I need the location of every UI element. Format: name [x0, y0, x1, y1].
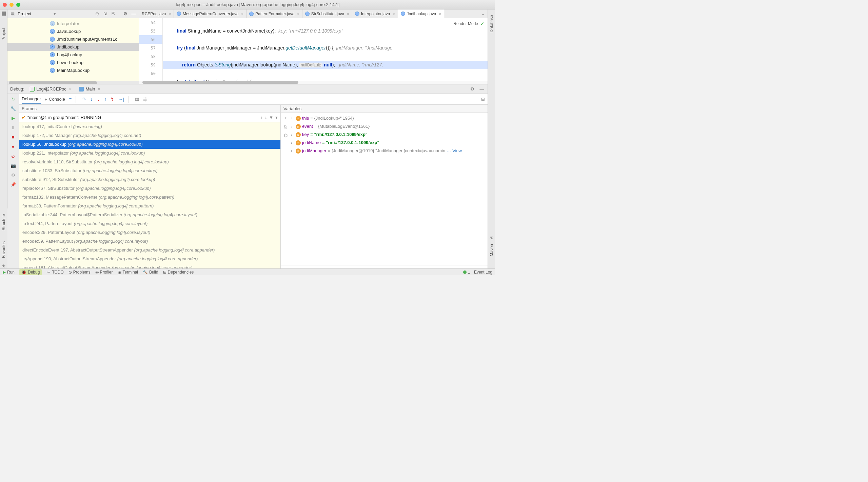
- variable-row[interactable]: ›≡ jndiManager = {JndiManager@1919} "Jnd…: [291, 147, 487, 155]
- threads-icon[interactable]: ≡: [69, 97, 72, 102]
- tree-item[interactable]: cLowerLookup: [7, 59, 139, 66]
- close-icon[interactable]: ×: [98, 86, 101, 92]
- status-run[interactable]: ▶Run: [3, 270, 15, 275]
- frame-row[interactable]: substitute:912, StrSubstitutor (org.apac…: [19, 175, 280, 184]
- copy-icon[interactable]: ⎘: [284, 124, 287, 129]
- thread-dropdown-icon[interactable]: ▾: [275, 115, 278, 120]
- run-to-cursor-icon[interactable]: →|: [118, 97, 124, 102]
- hide-panel-icon[interactable]: —: [131, 11, 137, 17]
- step-into-icon[interactable]: ↓: [90, 97, 93, 102]
- drop-frame-icon[interactable]: ↯: [111, 97, 114, 102]
- editor-hscroll[interactable]: [139, 81, 488, 84]
- settings-icon[interactable]: ⚙: [469, 86, 475, 92]
- modify-icon[interactable]: 🔧: [10, 105, 16, 112]
- frame-row[interactable]: replace:467, StrSubstitutor (org.apache.…: [19, 184, 280, 193]
- console-tab[interactable]: ▸Console: [45, 97, 65, 102]
- status-profiler[interactable]: ◎Profiler: [95, 270, 113, 275]
- add-watch-icon[interactable]: ＋: [283, 115, 288, 121]
- next-frame-icon[interactable]: ↓: [265, 115, 267, 120]
- pin-icon[interactable]: 📌: [10, 181, 16, 187]
- camera-icon[interactable]: 📷: [10, 162, 16, 168]
- tree-item[interactable]: cLog4jLookup: [7, 51, 139, 59]
- tree-item-selected[interactable]: cJndiLookup: [7, 43, 139, 51]
- rerun-icon[interactable]: ↻: [10, 96, 16, 102]
- project-hscroll[interactable]: [7, 81, 139, 84]
- hide-panel-icon[interactable]: —: [479, 86, 485, 92]
- editor-tab-active[interactable]: JndiLookup.java×: [398, 9, 444, 18]
- close-tab-icon[interactable]: ×: [297, 12, 299, 16]
- chevron-right-icon[interactable]: ›: [291, 139, 294, 146]
- frame-row[interactable]: toSerializable:344, PatternLayout$Patter…: [19, 210, 280, 219]
- pause-icon[interactable]: ⏸: [10, 124, 16, 130]
- mute-breakpoints-icon[interactable]: ⊘: [10, 153, 16, 159]
- gutter[interactable]: 54 55 56 57 58 59 60: [139, 18, 163, 81]
- trace-icon[interactable]: ⇶: [143, 97, 147, 102]
- editor-tab[interactable]: StrSubstitutor.java×: [302, 9, 352, 18]
- editor-tab[interactable]: RCEPoc.java×: [139, 9, 174, 18]
- run-config-tab[interactable]: Main×: [77, 86, 102, 92]
- project-view-icon[interactable]: ▤: [9, 11, 16, 17]
- database-tool-label[interactable]: Database: [489, 13, 494, 34]
- frame-row[interactable]: tryAppend:190, AbstractOutputStreamAppen…: [19, 255, 280, 263]
- variables-hscroll[interactable]: [281, 265, 488, 268]
- collapse-all-icon[interactable]: ⇱: [110, 11, 116, 17]
- frame-row[interactable]: lookup:417, InitialContext (javax.naming…: [19, 122, 280, 131]
- maven-tool-label[interactable]: Maven: [489, 242, 494, 258]
- maximize-window-icon[interactable]: [16, 3, 20, 7]
- frame-row[interactable]: lookup:56, JndiLookup (org.apache.loggin…: [19, 140, 280, 149]
- close-tab-icon[interactable]: ×: [241, 12, 243, 16]
- favorites-tool-label[interactable]: Favorites: [1, 239, 6, 260]
- favorites-star-icon[interactable]: ★: [2, 263, 6, 268]
- variables-list[interactable]: ›≡ this = {JndiLookup@1954}›p event = {M…: [290, 113, 488, 265]
- debugger-tab[interactable]: Debugger: [22, 94, 41, 104]
- status-terminal[interactable]: ▣Terminal: [118, 270, 138, 275]
- chevron-right-icon[interactable]: ›: [291, 147, 294, 154]
- variable-row[interactable]: ›≡ this = {JndiLookup@1954}: [291, 114, 487, 122]
- project-tool-icon[interactable]: [2, 12, 6, 16]
- run-config-tab[interactable]: Log4j2RCEPoc×: [28, 86, 74, 92]
- frame-row[interactable]: lookup:221, Interpolator (org.apache.log…: [19, 149, 280, 158]
- editor-tab[interactable]: MessagePatternConverter.java×: [174, 9, 246, 18]
- resume-icon[interactable]: ▶: [10, 115, 16, 121]
- settings-icon[interactable]: ⚙: [10, 172, 16, 178]
- close-window-icon[interactable]: [3, 3, 7, 7]
- frames-list[interactable]: lookup:417, InitialContext (javax.naming…: [19, 122, 280, 268]
- frame-row[interactable]: directEncodeEvent:197, AbstractOutputStr…: [19, 246, 280, 255]
- prev-frame-icon[interactable]: ↑: [260, 115, 263, 120]
- thread-selector[interactable]: ✔ "main"@1 in group "main": RUNNING ↑ ↓ …: [19, 113, 280, 122]
- frame-row[interactable]: encode:59, PatternLayout (org.apache.log…: [19, 237, 280, 246]
- close-icon[interactable]: ×: [69, 86, 72, 92]
- force-step-into-icon[interactable]: ⇓: [97, 97, 100, 102]
- step-out-icon[interactable]: ↑: [104, 97, 107, 102]
- step-over-icon[interactable]: ↷: [82, 97, 86, 102]
- frame-row[interactable]: substitute:1033, StrSubstitutor (org.apa…: [19, 166, 280, 175]
- tree-item[interactable]: cJmxRuntimeInputArgumentsLo: [7, 35, 139, 43]
- project-tree[interactable]: cInterpolator cJavaLookup cJmxRuntimeInp…: [7, 18, 139, 81]
- chevron-down-icon[interactable]: ⌄: [481, 11, 485, 16]
- tree-item[interactable]: cJavaLookup: [7, 27, 139, 35]
- layout-icon[interactable]: ⊞: [481, 97, 485, 102]
- maven-tool-icon[interactable]: m: [490, 235, 494, 241]
- settings-icon[interactable]: ⚙: [122, 11, 129, 17]
- status-todo[interactable]: ≔TODO: [46, 270, 63, 275]
- project-dropdown-icon[interactable]: ▾: [54, 11, 56, 16]
- tree-item[interactable]: cMainMapLookup: [7, 66, 139, 74]
- close-tab-icon[interactable]: ×: [169, 12, 171, 16]
- minimize-window-icon[interactable]: [9, 3, 14, 7]
- editor-tab[interactable]: Interpolator.java×: [352, 9, 398, 18]
- status-dependencies[interactable]: ⊟Dependencies: [163, 270, 194, 275]
- code-body[interactable]: final String jndiName = convertJndiName(…: [163, 18, 488, 81]
- stop-icon[interactable]: ■: [10, 134, 16, 140]
- frame-row[interactable]: format:132, MessagePatternConverter (org…: [19, 193, 280, 202]
- view-breakpoints-icon[interactable]: ●: [10, 143, 16, 149]
- tree-item[interactable]: cInterpolator: [7, 20, 139, 27]
- chevron-right-icon[interactable]: ›: [291, 115, 294, 122]
- frame-row[interactable]: toText:244, PatternLayout (org.apache.lo…: [19, 219, 280, 228]
- close-tab-icon[interactable]: ×: [347, 12, 349, 16]
- frame-row[interactable]: append:181, AbstractOutputStreamAppender…: [19, 263, 280, 268]
- structure-tool-label[interactable]: Structure: [1, 212, 6, 233]
- variable-row[interactable]: ›p key = "rmi://127.0.0.1:1099/exp": [291, 130, 487, 139]
- variable-row[interactable]: ›p event = {MutableLogEvent@1561}: [291, 122, 487, 130]
- variable-row[interactable]: ›≡ jndiName = "rmi://127.0.0.1:1099/exp": [291, 139, 487, 147]
- close-tab-icon[interactable]: ×: [439, 12, 441, 16]
